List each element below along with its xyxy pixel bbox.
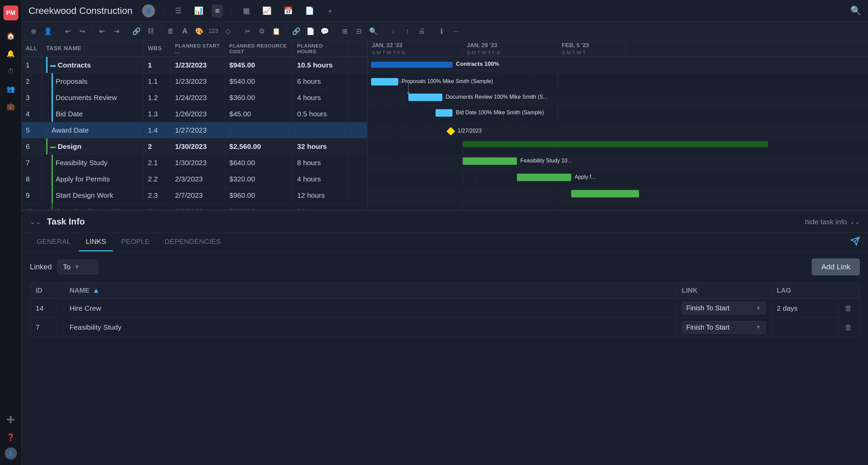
link-row-1-link[interactable]: Finish To Start ▼ (676, 299, 771, 317)
col-hours[interactable]: PLANNED HOURS (293, 41, 347, 56)
sidebar-item-notifications[interactable]: 🔔 (3, 46, 18, 61)
feasibility-bar[interactable] (463, 157, 517, 165)
sidebar-item-home[interactable]: 🏠 (3, 28, 18, 43)
link-type-select-1[interactable]: Finish To Start ▼ (682, 302, 766, 314)
project-avatar[interactable]: 👤 (142, 4, 155, 17)
user-avatar[interactable]: 👤 (5, 447, 17, 460)
link-type-select-2[interactable]: Finish To Start ▼ (682, 321, 766, 334)
sidebar-item-add[interactable]: ➕ (3, 412, 18, 427)
comment-button[interactable]: 💬 (318, 25, 331, 38)
hide-task-info-button[interactable]: hide task info ⌄⌄ (805, 218, 860, 226)
diamond-button[interactable]: ◇ (221, 25, 234, 38)
indent-button[interactable]: ⇥ (110, 25, 123, 38)
grid-view-button[interactable]: ⊟ (352, 25, 365, 38)
paste-button[interactable]: 📋 (270, 25, 283, 38)
list-view-icon[interactable]: ☰ (172, 4, 185, 17)
copy-button[interactable]: ⧉ (255, 25, 268, 38)
link-row-2-delete[interactable]: 🗑 (839, 318, 860, 337)
table-row[interactable]: 1 ▬ Contracts 1 1/23/2023 $945.00 10.5 h… (22, 57, 367, 73)
delete-button[interactable]: 🗑 (164, 25, 177, 38)
sidebar-item-people[interactable]: 👥 (3, 81, 18, 96)
bid-date-bar[interactable] (436, 109, 452, 117)
table-row[interactable]: 8 Apply for Permits 2.2 2/3/2023 $320.00… (22, 171, 367, 187)
row-3-name: Documents Review (42, 90, 144, 105)
tab-general[interactable]: GENERAL (30, 233, 77, 251)
calendar-view-icon[interactable]: 📅 (280, 4, 296, 17)
chevron-down-icon[interactable]: ⌄⌄ (30, 218, 41, 226)
group-collapse-icon[interactable]: ▬ (50, 62, 56, 68)
sidebar-item-time[interactable]: ⏱ (3, 64, 18, 79)
documents-bar[interactable] (408, 94, 442, 101)
link-button[interactable]: 🔗 (130, 25, 143, 38)
tab-dependencies[interactable]: DEPENDENCIES (158, 233, 228, 251)
delete-link-1-icon[interactable]: 🗑 (845, 304, 852, 313)
proposals-bar[interactable] (371, 78, 398, 85)
table-view-icon[interactable]: ▦ (239, 4, 253, 17)
number-button[interactable]: 123 (207, 25, 220, 38)
add-link-button[interactable]: Add Link (812, 258, 860, 275)
table-row[interactable]: 10 Complete Design W... 2.4 2/8/2023 $64… (22, 204, 367, 210)
main-content: Creekwood Construction 👤 ☰ 📊 ≡ ▦ 📈 📅 📄 ＋… (22, 0, 868, 465)
col-all[interactable]: ALL (22, 41, 42, 56)
table-row[interactable]: 7 Feasibility Study 2.1 1/30/2023 $640.0… (22, 155, 367, 171)
tab-people[interactable]: PEOPLE (114, 233, 156, 251)
link-row-2-link[interactable]: Finish To Start ▼ (676, 318, 771, 337)
table-row[interactable]: 4 Bid Date 1.3 1/26/2023 $45.00 0.5 hour… (22, 106, 367, 122)
contracts-bar[interactable] (371, 62, 452, 68)
undo-button[interactable]: ↩ (61, 25, 74, 38)
export-button[interactable]: ↓ (387, 25, 400, 38)
table-row[interactable]: 2 Proposals 1.1 1/23/2023 $540.00 6 hour… (22, 73, 367, 90)
text-format-button[interactable]: A (178, 25, 191, 38)
row-9-cost: $960.00 (225, 187, 293, 203)
table-row[interactable]: 5 Award Date 1.4 1/27/2023 (22, 122, 367, 138)
row-5-name: Award Date (42, 122, 144, 138)
print-button[interactable]: 🖨 (415, 25, 428, 38)
row-2-name: Proposals (42, 73, 144, 89)
design-bar[interactable] (463, 141, 768, 147)
sidebar-item-portfolio[interactable]: 💼 (3, 99, 18, 114)
pm-logo[interactable]: PM (3, 5, 18, 20)
menu-view-icon[interactable]: ≡ (212, 4, 223, 17)
search-icon[interactable]: 🔍 (850, 5, 861, 16)
document-view-icon[interactable]: 📄 (302, 4, 317, 17)
row-6-name: ▬ Design (42, 138, 144, 154)
table-row[interactable]: 3 Documents Review 1.2 1/24/2023 $360.00… (22, 90, 367, 106)
col-taskname[interactable]: TASK NAME (42, 41, 144, 56)
zoom-button[interactable]: 🔍 (367, 25, 380, 38)
award-date-milestone[interactable] (446, 127, 455, 135)
table-row[interactable]: 9 Start Design Work 2.3 2/7/2023 $960.00… (22, 187, 367, 204)
col-wbs[interactable]: WBS (144, 41, 171, 56)
design-work-bar[interactable] (571, 190, 639, 197)
split-view-button[interactable]: ⊞ (338, 25, 351, 38)
add-view-icon[interactable]: ＋ (323, 4, 337, 18)
activity-view-icon[interactable]: 📈 (259, 4, 275, 17)
add-person-button[interactable]: 👤 (41, 25, 54, 38)
unlink-button[interactable]: ⛓ (144, 25, 157, 38)
delete-link-2-icon[interactable]: 🗑 (845, 323, 852, 332)
linked-to-dropdown[interactable]: To ▼ (57, 260, 98, 274)
add-task-button[interactable]: ⊕ (27, 25, 40, 38)
group-collapse-icon[interactable]: ▬ (50, 143, 56, 150)
attachment-button[interactable]: 📄 (304, 25, 317, 38)
redo-button[interactable]: ↪ (76, 25, 89, 38)
table-row[interactable]: 6 ▬ Design 2 1/30/2023 $2,560.00 32 hour… (22, 138, 367, 155)
more-options-button[interactable]: ··· (449, 25, 462, 38)
col-cost[interactable]: PLANNED RESOURCE COST (225, 41, 293, 56)
bid-date-label: Bid Date 100% Mike Smith (Sample) (456, 110, 544, 115)
col-start[interactable]: PLANNED START ... (171, 41, 225, 56)
note-button[interactable]: 🔗 (290, 25, 303, 38)
outdent-button[interactable]: ⇤ (96, 25, 109, 38)
dropdown-arrow-icon: ▼ (74, 264, 80, 271)
gantt-view-icon[interactable]: 📊 (191, 4, 207, 17)
cut-button[interactable]: ✂ (241, 25, 254, 38)
row-4-wbs: 1.3 (144, 106, 171, 122)
permits-bar[interactable] (517, 174, 571, 181)
send-link-icon[interactable] (850, 236, 860, 248)
import-button[interactable]: ↑ (401, 25, 414, 38)
link-row-1-delete[interactable]: 🗑 (839, 299, 860, 317)
lt-col-name[interactable]: NAME ▲ (64, 287, 676, 294)
tab-links[interactable]: LINKS (79, 233, 113, 251)
sidebar-item-help[interactable]: ❓ (3, 430, 18, 445)
color-button[interactable]: 🎨 (193, 25, 206, 38)
info-button[interactable]: ℹ (435, 25, 448, 38)
